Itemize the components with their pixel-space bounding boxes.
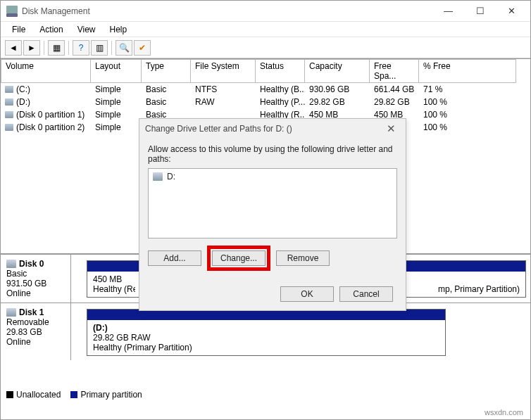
menu-file[interactable]: File [5, 23, 32, 36]
menu-action[interactable]: Action [32, 23, 70, 36]
table-button[interactable]: ▥ [91, 40, 108, 56]
toolbar-separator [44, 41, 44, 55]
change-drive-letter-dialog: Change Drive Letter and Paths for D: () … [139, 118, 406, 311]
col-header-status[interactable]: Status [256, 59, 305, 83]
svg-rect-0 [6, 6, 18, 13]
col-header-filesystem[interactable]: File System [191, 59, 256, 83]
legend-label: Primary partition [80, 390, 142, 400]
partition-header [87, 310, 445, 320]
disk-management-window: Disk Management — ☐ ✕ File Action View H… [0, 0, 531, 420]
help-button[interactable]: ? [73, 40, 89, 56]
drive-letter-label: D: [167, 172, 175, 182]
disk-state: Online [6, 337, 65, 347]
add-button[interactable]: Add... [148, 250, 201, 266]
partition-label: (D:) [93, 323, 439, 333]
disk-type: Removable [6, 317, 65, 327]
disk-size: 29.83 GB [6, 327, 65, 337]
table-row[interactable]: (D:)SimpleBasicRAWHealthy (P...29.82 GB2… [1, 96, 530, 108]
titlebar: Disk Management — ☐ ✕ [1, 1, 530, 22]
partition-tail-text: mp, Primary Partition) [438, 284, 520, 294]
svg-rect-1 [6, 13, 18, 17]
disk-icon [6, 308, 16, 317]
col-header-layout[interactable]: Layout [91, 59, 142, 83]
disk-info-0[interactable]: Disk 0 Basic 931.50 GB Online [1, 255, 71, 303]
legend-swatch-primary [70, 391, 77, 398]
col-header-capacity[interactable]: Capacity [305, 59, 370, 83]
toolbar-separator [68, 41, 69, 55]
partition[interactable]: (D:) 29.82 GB RAW Healthy (Primary Parti… [87, 309, 446, 356]
volume-icon [5, 111, 13, 118]
volume-list-header: Volume Layout Type File System Status Ca… [1, 59, 530, 83]
disk-name-label: Disk 0 [19, 259, 44, 269]
remove-button[interactable]: Remove [276, 250, 330, 266]
disk-type: Basic [6, 269, 65, 279]
menu-view[interactable]: View [70, 23, 103, 36]
menubar: File Action View Help [1, 22, 530, 37]
forward-button[interactable]: ► [23, 40, 40, 56]
dialog-titlebar: Change Drive Letter and Paths for D: () … [139, 119, 406, 139]
legend: Unallocated Primary partition [6, 390, 142, 400]
volume-icon [5, 124, 13, 131]
change-button-highlight: Change... [207, 246, 270, 271]
drive-icon [153, 172, 163, 181]
dialog-title: Change Drive Letter and Paths for D: () [145, 124, 292, 134]
list-item[interactable]: D: [153, 172, 392, 182]
menu-help[interactable]: Help [103, 23, 135, 36]
disk-name-label: Disk 1 [19, 307, 44, 317]
col-header-pctfree[interactable]: % Free [419, 59, 516, 83]
legend-label: Unallocated [16, 390, 61, 400]
col-header-type[interactable]: Type [142, 59, 191, 83]
dialog-close-button[interactable]: ✕ [382, 122, 400, 135]
app-icon [6, 6, 18, 17]
search-button[interactable]: 🔍 [115, 40, 132, 56]
disk-state: Online [6, 288, 65, 298]
grid-button[interactable]: ▦ [48, 40, 65, 56]
close-button[interactable]: ✕ [496, 1, 527, 21]
ok-button[interactable]: OK [280, 286, 334, 302]
disk-size: 931.50 GB [6, 279, 65, 288]
dialog-intro-text: Allow access to this volume by using the… [148, 144, 397, 164]
disk-icon [6, 260, 16, 268]
toolbar: ◄ ► ▦ ? ▥ 🔍 ✔ [1, 37, 530, 58]
maximize-button[interactable]: ☐ [464, 1, 496, 21]
window-controls: — ☐ ✕ [432, 1, 527, 21]
volume-icon [5, 86, 13, 93]
disk-row-1: Disk 1 Removable 29.83 GB Online (D:) 29… [1, 303, 530, 360]
partition-size: 450 MB [93, 274, 135, 284]
partition-status: Healthy (Recovery Partition) [93, 284, 135, 294]
check-button[interactable]: ✔ [134, 40, 151, 56]
cancel-button[interactable]: Cancel [339, 286, 393, 302]
col-header-volume[interactable]: Volume [1, 59, 91, 83]
toolbar-separator [111, 41, 112, 55]
window-title: Disk Management [22, 6, 432, 16]
change-button[interactable]: Change... [212, 250, 266, 266]
back-button[interactable]: ◄ [5, 40, 22, 56]
disk-info-1[interactable]: Disk 1 Removable 29.83 GB Online [1, 303, 71, 360]
watermark: wsxdn.com [485, 408, 523, 416]
legend-swatch-unallocated [6, 391, 13, 398]
col-header-free[interactable]: Free Spa... [370, 59, 419, 83]
disk-partitions-1: (D:) 29.82 GB RAW Healthy (Primary Parti… [71, 303, 530, 360]
volume-icon [5, 98, 13, 106]
partition-size: 29.82 GB RAW [93, 333, 439, 343]
partition-status: Healthy (Primary Partition) [93, 343, 439, 352]
drive-letter-list[interactable]: D: [148, 168, 397, 238]
minimize-button[interactable]: — [432, 1, 464, 21]
table-row[interactable]: (C:)SimpleBasicNTFSHealthy (B...930.96 G… [1, 83, 530, 96]
